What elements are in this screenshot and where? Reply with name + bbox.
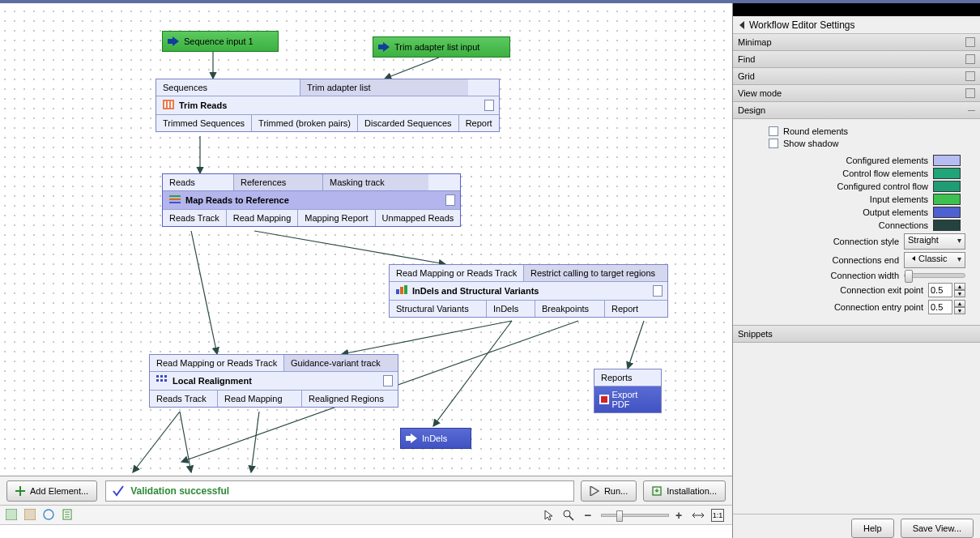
input-sequence[interactable]: Sequence input 1 — [162, 31, 279, 52]
port-in[interactable]: Reports — [594, 369, 661, 386]
svg-point-37 — [564, 510, 570, 517]
port-out[interactable]: Unmapped Reads — [376, 210, 461, 226]
workflow-canvas[interactable]: Sequence input 1 Trim adapter list input… — [0, 6, 732, 476]
svg-line-8 — [628, 321, 644, 369]
view-icon-3[interactable] — [42, 508, 55, 521]
conn-width-label: Connection width — [831, 271, 899, 280]
node-indels[interactable]: Read Mapping or Reads Track Restrict cal… — [389, 264, 668, 318]
section-find[interactable]: Find — [733, 51, 980, 68]
section-viewmode[interactable]: View mode — [733, 85, 980, 102]
save-view-button[interactable]: Save View... — [901, 519, 974, 538]
section-grid[interactable]: Grid — [733, 68, 980, 85]
svg-rect-17 — [169, 199, 181, 200]
zoom-slider[interactable] — [601, 514, 669, 517]
add-element-button[interactable]: Add Element... — [6, 480, 97, 502]
port-out[interactable]: Structural Variants — [390, 301, 487, 317]
port-in[interactable]: Read Mapping or Reads Track — [390, 265, 524, 281]
color-label: Input elements — [870, 194, 928, 204]
section-minimap[interactable]: Minimap — [733, 34, 980, 51]
color-swatch[interactable] — [933, 220, 961, 231]
port-in[interactable]: Trim adapter list — [300, 79, 468, 96]
port-out[interactable]: Read Mapping — [218, 391, 302, 407]
round-checkbox[interactable] — [769, 126, 778, 136]
node-title: Local Realignment — [173, 376, 252, 386]
node-local-realign[interactable]: Read Mapping or Reads Track Guidance-var… — [149, 354, 398, 408]
zoom-out-icon[interactable]: − — [582, 509, 594, 522]
editor-toolbar: Add Element... Validation successful Run… — [0, 476, 732, 506]
port-in[interactable]: Read Mapping or Reads Track — [150, 355, 284, 371]
conn-style-select[interactable]: Straight — [904, 233, 965, 250]
entry-input[interactable] — [928, 300, 952, 314]
input-trimlist[interactable]: Trim adapter list input — [373, 36, 510, 58]
spin-up[interactable]: ▲ — [954, 283, 965, 290]
conn-width-slider[interactable] — [904, 273, 965, 278]
run-button[interactable]: Run... — [581, 480, 637, 502]
button-label: Installation... — [667, 486, 717, 496]
node-map-reads[interactable]: Reads References Masking track Map Reads… — [162, 173, 461, 227]
color-swatch[interactable] — [933, 155, 961, 166]
port-out[interactable]: Breakpoints — [535, 301, 605, 317]
shadow-checkbox[interactable] — [769, 139, 778, 148]
installation-button[interactable]: Installation... — [643, 480, 726, 502]
export-label: Export PDF — [612, 390, 657, 409]
svg-line-5 — [342, 321, 512, 354]
node-export-pdf[interactable]: Reports Export PDF — [594, 369, 662, 413]
exit-input[interactable] — [928, 283, 952, 297]
slider-thumb[interactable] — [905, 270, 913, 283]
port-out[interactable]: Discarded Sequences — [358, 115, 459, 131]
port-out[interactable]: Mapping Report — [298, 210, 375, 226]
spin-down[interactable]: ▼ — [954, 290, 965, 297]
port-in[interactable]: Masking track — [323, 174, 428, 190]
svg-rect-14 — [168, 101, 169, 108]
output-indels[interactable]: InDels — [400, 428, 471, 449]
svg-rect-27 — [164, 379, 167, 382]
node-trim-reads[interactable]: Sequences Trim adapter list Trim Reads T… — [156, 79, 500, 132]
collapse-icon[interactable] — [738, 20, 746, 30]
pointer-icon[interactable] — [543, 509, 556, 522]
svg-line-4 — [254, 231, 445, 264]
node-title: Trim Reads — [179, 100, 227, 110]
zoom-thumb[interactable] — [616, 510, 623, 522]
color-swatch[interactable] — [933, 194, 961, 205]
port-in[interactable]: Restrict calling to target regions — [524, 265, 667, 281]
fit-width-icon[interactable] — [692, 509, 705, 522]
conn-end-select[interactable]: Classic — [904, 252, 965, 268]
port-out[interactable]: Trimmed (broken pairs) — [252, 115, 358, 131]
port-out[interactable]: Realigned Regions — [302, 391, 390, 407]
zoom-in-icon[interactable]: + — [672, 509, 685, 522]
view-icon-2[interactable] — [23, 508, 36, 521]
port-in[interactable]: Sequences — [156, 79, 300, 96]
help-button[interactable]: Help — [851, 519, 894, 538]
port-out[interactable]: Trimmed Sequences — [156, 115, 252, 131]
expand-icon — [965, 71, 975, 81]
page-icon — [383, 375, 393, 386]
port-out[interactable]: InDels — [487, 301, 535, 317]
trim-icon — [163, 100, 174, 111]
port-out[interactable]: Reads Track — [163, 210, 227, 226]
view-icon-4[interactable] — [61, 508, 74, 521]
plus-icon — [15, 486, 25, 496]
color-swatch[interactable] — [933, 168, 961, 179]
section-design[interactable]: Design — — [733, 102, 980, 119]
port-out[interactable]: Read Mapping — [227, 210, 299, 226]
zoom-icon[interactable] — [562, 509, 575, 522]
page-icon — [445, 194, 455, 206]
port-in[interactable]: References — [234, 174, 323, 190]
spin-up[interactable]: ▲ — [954, 300, 965, 307]
port-in[interactable]: Guidance-variant track — [284, 355, 398, 371]
svg-rect-31 — [15, 490, 25, 492]
port-out[interactable]: Report — [459, 115, 499, 131]
collapse-icon: — — [968, 106, 975, 114]
fit-scale-icon[interactable]: 1:1 — [711, 509, 724, 522]
color-swatch[interactable] — [933, 207, 961, 218]
svg-point-35 — [44, 510, 53, 519]
spin-down[interactable]: ▼ — [954, 307, 965, 314]
section-snippets[interactable]: Snippets — [733, 326, 980, 343]
color-swatch[interactable] — [933, 181, 961, 192]
install-icon — [652, 486, 662, 496]
port-out[interactable]: Reads Track — [150, 391, 218, 407]
button-label: Add Element... — [30, 486, 88, 496]
view-icon-1[interactable] — [5, 508, 18, 521]
port-out[interactable]: Report — [605, 301, 645, 317]
port-in[interactable]: Reads — [163, 174, 234, 190]
